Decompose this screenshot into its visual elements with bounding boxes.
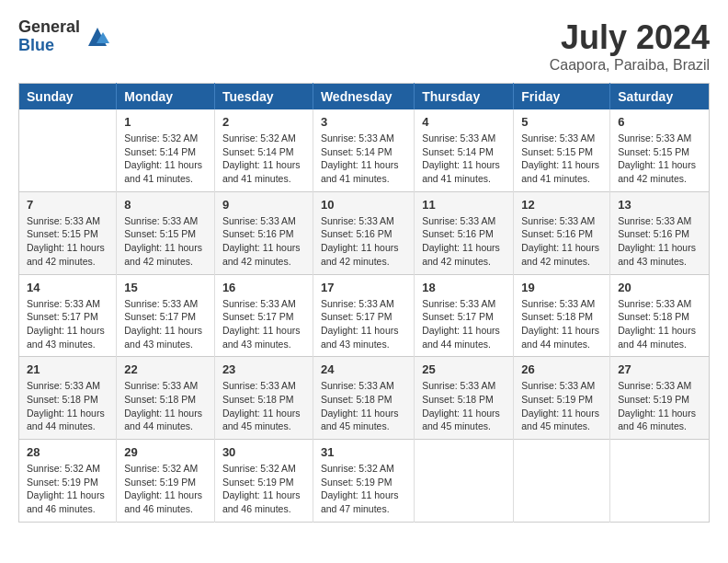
day-info: Sunrise: 5:33 AM Sunset: 5:15 PM Dayligh…: [124, 214, 207, 269]
day-info: Sunrise: 5:32 AM Sunset: 5:19 PM Dayligh…: [27, 462, 108, 516]
day-info: Sunrise: 5:33 AM Sunset: 5:17 PM Dayligh…: [222, 297, 305, 351]
calendar-header: SundayMondayTuesdayWednesdayThursdayFrid…: [19, 84, 710, 110]
day-number: 23: [222, 362, 305, 376]
day-number: 11: [422, 198, 506, 212]
calendar-cell: [415, 440, 514, 523]
day-number: 1: [124, 115, 207, 129]
day-info: Sunrise: 5:33 AM Sunset: 5:18 PM Dayligh…: [422, 379, 506, 433]
day-info: Sunrise: 5:33 AM Sunset: 5:16 PM Dayligh…: [422, 214, 506, 269]
day-info: Sunrise: 5:33 AM Sunset: 5:16 PM Dayligh…: [521, 214, 602, 269]
calendar-cell: 10Sunrise: 5:33 AM Sunset: 5:16 PM Dayli…: [313, 191, 414, 274]
calendar-body: 1Sunrise: 5:32 AM Sunset: 5:14 PM Daylig…: [19, 109, 710, 522]
day-info: Sunrise: 5:33 AM Sunset: 5:16 PM Dayligh…: [618, 214, 701, 269]
calendar-cell: 22Sunrise: 5:33 AM Sunset: 5:18 PM Dayli…: [117, 357, 215, 440]
day-number: 21: [27, 362, 108, 376]
day-number: 24: [321, 362, 406, 376]
calendar-cell: 4Sunrise: 5:33 AM Sunset: 5:14 PM Daylig…: [415, 109, 514, 191]
calendar-cell: [514, 440, 610, 523]
day-info: Sunrise: 5:32 AM Sunset: 5:19 PM Dayligh…: [321, 462, 406, 516]
day-number: 18: [422, 281, 506, 294]
logo-icon: [84, 23, 111, 51]
weekday-header: Wednesday: [313, 84, 414, 110]
calendar-cell: 26Sunrise: 5:33 AM Sunset: 5:19 PM Dayli…: [514, 357, 610, 440]
weekday-header: Sunday: [19, 84, 117, 110]
weekday-row: SundayMondayTuesdayWednesdayThursdayFrid…: [19, 84, 710, 110]
day-number: 8: [124, 198, 207, 212]
day-number: 26: [521, 362, 602, 376]
weekday-header: Saturday: [610, 84, 710, 110]
day-info: Sunrise: 5:33 AM Sunset: 5:18 PM Dayligh…: [124, 379, 207, 433]
logo-general: General: [18, 18, 80, 37]
calendar-week-row: 14Sunrise: 5:33 AM Sunset: 5:17 PM Dayli…: [19, 274, 710, 357]
day-info: Sunrise: 5:33 AM Sunset: 5:16 PM Dayligh…: [222, 214, 305, 269]
day-number: 12: [521, 198, 602, 212]
day-number: 6: [618, 115, 701, 129]
day-number: 7: [27, 198, 108, 212]
calendar-cell: 7Sunrise: 5:33 AM Sunset: 5:15 PM Daylig…: [19, 191, 117, 274]
calendar-cell: 8Sunrise: 5:33 AM Sunset: 5:15 PM Daylig…: [117, 191, 215, 274]
day-info: Sunrise: 5:33 AM Sunset: 5:15 PM Dayligh…: [521, 132, 602, 186]
day-number: 15: [124, 281, 207, 294]
day-info: Sunrise: 5:33 AM Sunset: 5:14 PM Dayligh…: [422, 132, 506, 186]
calendar-week-row: 28Sunrise: 5:32 AM Sunset: 5:19 PM Dayli…: [19, 440, 710, 523]
day-number: 31: [321, 445, 406, 459]
day-info: Sunrise: 5:33 AM Sunset: 5:17 PM Dayligh…: [27, 297, 108, 351]
calendar-week-row: 1Sunrise: 5:32 AM Sunset: 5:14 PM Daylig…: [19, 109, 710, 191]
logo-text: General Blue: [18, 18, 80, 55]
weekday-header: Tuesday: [214, 84, 313, 110]
calendar-week-row: 7Sunrise: 5:33 AM Sunset: 5:15 PM Daylig…: [19, 191, 710, 274]
day-info: Sunrise: 5:32 AM Sunset: 5:14 PM Dayligh…: [124, 132, 207, 186]
calendar-cell: 23Sunrise: 5:33 AM Sunset: 5:18 PM Dayli…: [214, 357, 313, 440]
day-number: 29: [124, 445, 207, 459]
calendar-cell: 24Sunrise: 5:33 AM Sunset: 5:18 PM Dayli…: [313, 357, 414, 440]
calendar-cell: 3Sunrise: 5:33 AM Sunset: 5:14 PM Daylig…: [313, 109, 414, 191]
calendar-cell: 9Sunrise: 5:33 AM Sunset: 5:16 PM Daylig…: [214, 191, 313, 274]
day-info: Sunrise: 5:33 AM Sunset: 5:19 PM Dayligh…: [618, 379, 701, 433]
day-number: 20: [618, 281, 701, 294]
calendar-cell: [610, 440, 710, 523]
day-number: 13: [618, 198, 701, 212]
calendar-table: SundayMondayTuesdayWednesdayThursdayFrid…: [18, 83, 710, 523]
day-info: Sunrise: 5:32 AM Sunset: 5:19 PM Dayligh…: [222, 462, 305, 516]
calendar-cell: 6Sunrise: 5:33 AM Sunset: 5:15 PM Daylig…: [610, 109, 710, 191]
day-info: Sunrise: 5:33 AM Sunset: 5:18 PM Dayligh…: [222, 379, 305, 433]
calendar-week-row: 21Sunrise: 5:33 AM Sunset: 5:18 PM Dayli…: [19, 357, 710, 440]
calendar-cell: 5Sunrise: 5:33 AM Sunset: 5:15 PM Daylig…: [514, 109, 610, 191]
calendar-cell: 13Sunrise: 5:33 AM Sunset: 5:16 PM Dayli…: [610, 191, 710, 274]
day-number: 16: [222, 281, 305, 294]
calendar-cell: 17Sunrise: 5:33 AM Sunset: 5:17 PM Dayli…: [313, 274, 414, 357]
day-number: 10: [321, 198, 406, 212]
day-number: 30: [222, 445, 305, 459]
calendar-cell: 11Sunrise: 5:33 AM Sunset: 5:16 PM Dayli…: [415, 191, 514, 274]
calendar-cell: 20Sunrise: 5:33 AM Sunset: 5:18 PM Dayli…: [610, 274, 710, 357]
month-title: July 2024: [550, 18, 710, 57]
day-info: Sunrise: 5:33 AM Sunset: 5:17 PM Dayligh…: [124, 297, 207, 351]
day-info: Sunrise: 5:33 AM Sunset: 5:14 PM Dayligh…: [321, 132, 406, 186]
day-number: 9: [222, 198, 305, 212]
calendar-cell: 30Sunrise: 5:32 AM Sunset: 5:19 PM Dayli…: [214, 440, 313, 523]
calendar-cell: 2Sunrise: 5:32 AM Sunset: 5:14 PM Daylig…: [214, 109, 313, 191]
calendar-cell: 31Sunrise: 5:32 AM Sunset: 5:19 PM Dayli…: [313, 440, 414, 523]
weekday-header: Friday: [514, 84, 610, 110]
day-number: 19: [521, 281, 602, 294]
calendar-cell: 29Sunrise: 5:32 AM Sunset: 5:19 PM Dayli…: [117, 440, 215, 523]
title-area: July 2024 Caapora, Paraiba, Brazil: [550, 18, 710, 74]
calendar-cell: 19Sunrise: 5:33 AM Sunset: 5:18 PM Dayli…: [514, 274, 610, 357]
day-number: 22: [124, 362, 207, 376]
day-info: Sunrise: 5:33 AM Sunset: 5:15 PM Dayligh…: [27, 214, 108, 269]
calendar-cell: 27Sunrise: 5:33 AM Sunset: 5:19 PM Dayli…: [610, 357, 710, 440]
calendar-cell: 1Sunrise: 5:32 AM Sunset: 5:14 PM Daylig…: [117, 109, 215, 191]
calendar-cell: 15Sunrise: 5:33 AM Sunset: 5:17 PM Dayli…: [117, 274, 215, 357]
day-number: 14: [27, 281, 108, 294]
page-header: General Blue July 2024 Caapora, Paraiba,…: [18, 18, 710, 74]
day-number: 28: [27, 445, 108, 459]
day-info: Sunrise: 5:33 AM Sunset: 5:16 PM Dayligh…: [321, 214, 406, 269]
location: Caapora, Paraiba, Brazil: [550, 57, 710, 74]
calendar-cell: 12Sunrise: 5:33 AM Sunset: 5:16 PM Dayli…: [514, 191, 610, 274]
day-info: Sunrise: 5:33 AM Sunset: 5:19 PM Dayligh…: [521, 379, 602, 433]
day-info: Sunrise: 5:33 AM Sunset: 5:18 PM Dayligh…: [618, 297, 701, 351]
calendar-cell: 21Sunrise: 5:33 AM Sunset: 5:18 PM Dayli…: [19, 357, 117, 440]
day-info: Sunrise: 5:32 AM Sunset: 5:19 PM Dayligh…: [124, 462, 207, 516]
calendar-cell: 28Sunrise: 5:32 AM Sunset: 5:19 PM Dayli…: [19, 440, 117, 523]
calendar-cell: [19, 109, 117, 191]
